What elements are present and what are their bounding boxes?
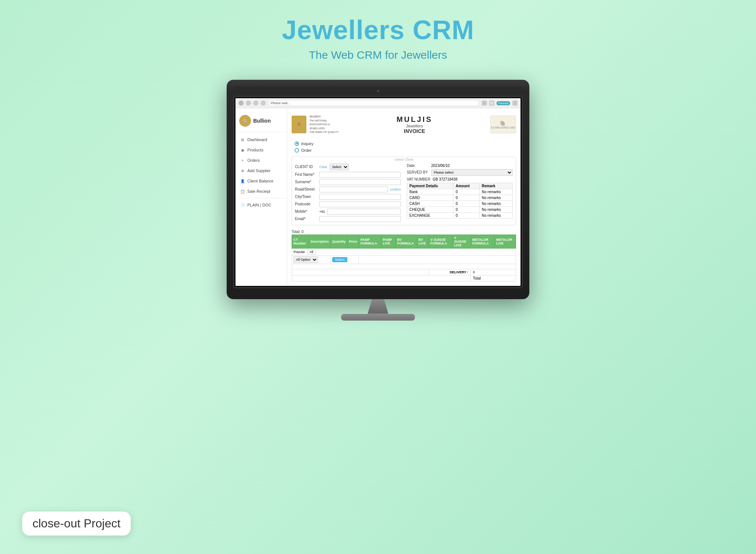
radio-order-row[interactable]: Order [292,147,516,154]
email-input[interactable] [319,216,401,222]
forward-button[interactable] [246,100,251,106]
delivery-row: DELIVERY : 0 [292,269,516,275]
invoice-title: INVOICE [396,128,432,134]
col-description: Description [309,235,331,248]
email-row: Email* [295,216,401,222]
window-icon[interactable]: ⬜ [489,100,494,106]
orders-icon: ≈ [240,158,245,163]
postcode-input[interactable] [319,201,401,207]
remark-header: Remark [480,183,513,189]
refresh-button[interactable] [253,100,258,106]
member-logo: 🦁 MEMBER The NATIONAL ASSOCIATION of JEW… [292,115,339,134]
monitor: Please wait... ☆ ⬜ Paused ⋮ 🐘 Bullion [227,80,529,321]
menu-icon[interactable]: ⋮ [512,100,518,106]
sidebar-item-plain-doc[interactable]: 📄 PLAIN | DOC [236,200,287,210]
form-right: Date: 2023/06/10 SERVED BY Please select [404,162,516,225]
client-select[interactable]: Select [330,164,349,170]
city-input[interactable] [319,194,401,200]
company-name-center: MULJIS Jewellers INVOICE [396,115,432,134]
col-vsuisse-formula: V SUISSE FORMULA [429,235,453,248]
col-metalor-formula: METALOR FORMULA [471,235,495,248]
clear-link[interactable]: Clear [319,165,327,169]
filter-all-button[interactable]: All [307,249,316,254]
col-bv-live: BV LIVE [417,235,429,248]
col-pamp-formula: PAMP FORMULA [359,235,381,248]
client-id-row: CLIENT ID Clear Select [295,164,401,170]
sidebar-divider [236,198,287,198]
company-sub: Jewellers [396,124,432,128]
monitor-neck [363,299,393,314]
sidebar-item-products[interactable]: ◉ Products [236,145,287,155]
company-logo-right: 🐘 ESTABLISHED 1983 [490,116,516,133]
main-content: 🦁 MEMBER The NATIONAL ASSOCIATION of JEW… [287,108,520,286]
sidebar-item-dashboard[interactable]: ⊞ Dashboard [236,134,287,145]
dropdown-row: All Option Select [292,255,516,264]
select-client-label: Select Client [292,157,516,162]
app-screen: 🐘 Bullion ⊞ Dashboard ◉ Products ≈ [236,108,520,286]
first-name-row: First Name* [295,172,401,178]
add-supplier-icon: ⊕ [240,168,245,173]
home-button[interactable] [261,100,266,106]
paused-badge: Paused [496,101,510,105]
sidebar-item-orders[interactable]: ≈ Orders [236,155,287,165]
doc-icon: 📄 [240,202,245,208]
camera-dot [377,90,379,92]
star-icon[interactable]: ☆ [482,100,487,106]
postcode-row: Postcode [295,201,401,207]
browser-chrome: Please wait... ☆ ⬜ Paused ⋮ [236,98,520,108]
col-ct-number: CT Number [292,235,309,248]
delivery-label: DELIVERY : [429,269,471,275]
sidebar: 🐘 Bullion ⊞ Dashboard ◉ Products ≈ [236,108,287,286]
sale-receipt-icon: 📋 [240,189,245,194]
mobile-row: Mobile* +91 [295,209,401,215]
form-left: CLIENT ID Clear Select First Name* [292,162,404,225]
first-name-input[interactable] [319,172,401,178]
page-title: Jewellers CRM [282,15,474,45]
cheque-row: CHEQUE 0 No remarks [407,206,513,212]
client-balance-icon: 👤 [240,178,245,184]
surname-row: Surname* [295,179,401,185]
empty-row [292,264,516,269]
select-button[interactable]: Select [332,257,347,262]
radio-order[interactable] [295,148,299,153]
mobile-input[interactable] [327,209,401,215]
back-button[interactable] [238,100,244,106]
products-section: Total: 0 CT Number Description Quantity … [292,229,516,281]
sidebar-item-sale-receipt[interactable]: 📋 Sale Reciept [236,186,287,196]
payment-table: Payment Details Amount Remark Bank [407,183,513,219]
served-by-row: SERVED BY Please select [407,169,513,176]
confirm-link[interactable]: confirm [390,188,401,191]
total-footer-row: Total [292,275,516,281]
screen-bezel: Please wait... ☆ ⬜ Paused ⋮ 🐘 Bullion [233,96,523,288]
invoice-header: 🦁 MEMBER The NATIONAL ASSOCIATION of JEW… [292,113,516,137]
card-row: CARD 0 No remarks [407,195,513,201]
road-row: Road/Street confirm [295,187,401,192]
total-row: Total: 0 [292,229,516,235]
col-bv-formula: BV FORMULA [396,235,417,248]
member-emblem-icon: 🦁 [292,116,306,133]
radio-group: Inquiry Order [292,140,516,154]
road-input[interactable] [319,187,388,192]
col-vsuisse-live: V SUISSE LIVE [453,235,471,248]
served-by-select[interactable]: Please select [431,169,513,176]
form-grid: CLIENT ID Clear Select First Name* [292,162,516,225]
logo-text: Bullion [253,118,271,124]
radio-inquiry-row[interactable]: Inquiry [292,140,516,147]
sidebar-logo: 🐘 Bullion [236,112,287,132]
products-icon: ◉ [240,147,245,153]
vat-row: VAT NUMBER GB 372718438 [407,177,513,181]
radio-inquiry[interactable] [295,141,299,146]
payment-details-header: Payment Details [407,183,453,189]
surname-input[interactable] [319,179,401,185]
col-quantity: Quantity [330,235,347,248]
sidebar-item-add-supplier[interactable]: ⊕ Add Supplier [236,165,287,176]
bank-row: Bank 0 No remarks [407,189,513,195]
date-row: Date: 2023/06/10 [407,164,513,168]
filter-row: Popular All [292,248,516,255]
sidebar-item-client-balance[interactable]: 👤 Client Balance [236,176,287,186]
monitor-top-bar [233,86,523,95]
amount-header: Amount [453,183,480,189]
member-text: MEMBER The NATIONAL ASSOCIATION of JEWEL… [309,115,339,134]
all-option-select[interactable]: All Option [293,256,318,263]
url-bar[interactable]: Please wait... [268,100,480,106]
